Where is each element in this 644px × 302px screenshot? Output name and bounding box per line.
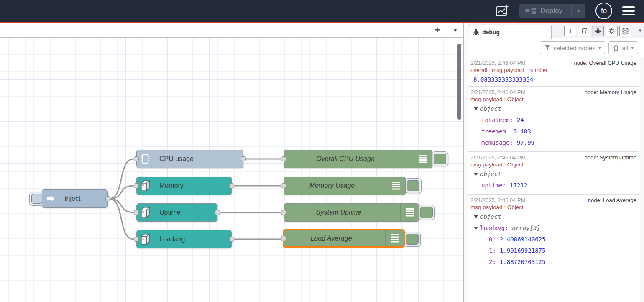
- debug-node-overall-cpu[interactable]: Overall CPU Usage: [284, 150, 432, 168]
- object-type: object: [480, 103, 501, 115]
- message-source-node: node: System Uptime: [585, 154, 636, 161]
- filter-button[interactable]: selected nodes ▾: [540, 41, 605, 54]
- object-key: loadavg:: [480, 223, 508, 234]
- tree-row: 2: 1.88720703125: [470, 256, 637, 268]
- debug-node-loadavg[interactable]: Load Average: [283, 229, 405, 248]
- add-flow-button[interactable]: +: [428, 23, 447, 37]
- object-type: object: [480, 169, 501, 180]
- tree-row: uptime: 17212: [470, 180, 637, 191]
- message-value: 8.083333333333334: [470, 74, 637, 83]
- clear-button[interactable]: all ▾: [608, 41, 638, 54]
- collapse-icon[interactable]: [474, 173, 478, 176]
- loadavg-node[interactable]: Loadavg: [136, 230, 232, 248]
- output-port[interactable]: [229, 183, 234, 188]
- debug-message[interactable]: 2/21/2025, 2:46:04 PM node: Memory Usage…: [468, 87, 639, 152]
- input-port[interactable]: [281, 236, 286, 241]
- debug-list-icon: [400, 204, 419, 221]
- deploy-button[interactable]: Deploy ▾: [519, 4, 585, 18]
- input-port[interactable]: [134, 183, 139, 188]
- debug-message[interactable]: 2/21/2025, 2:46:04 PM node: Overall CPU …: [468, 57, 639, 87]
- debug-message[interactable]: 2/21/2025, 2:46:04 PM node: System Uptim…: [468, 152, 639, 195]
- tab-label: debug: [482, 29, 500, 36]
- output-port[interactable]: [229, 237, 234, 242]
- array-type: array[3]: [512, 223, 540, 234]
- tab-debug[interactable]: debug: [469, 25, 552, 39]
- bug-icon: [595, 28, 601, 34]
- input-port[interactable]: [281, 156, 286, 161]
- array-value: 2.40869140625: [500, 234, 546, 245]
- debug-toggle-button[interactable]: [405, 178, 422, 193]
- message-timestamp: 2/21/2025, 2:46:04 PM: [470, 197, 526, 203]
- sidebar-scrollbar[interactable]: [640, 57, 644, 302]
- uptime-node[interactable]: Uptime: [136, 203, 217, 222]
- inject-node[interactable]: inject: [42, 189, 108, 208]
- tree-root[interactable]: object: [470, 103, 637, 115]
- cpu-usage-node[interactable]: CPU usage: [136, 150, 243, 168]
- tree-row: 1: 1.99169921875: [470, 245, 637, 256]
- node-label: Loadavg: [153, 235, 185, 243]
- input-port[interactable]: [134, 156, 139, 161]
- object-key: freemem:: [481, 126, 509, 137]
- collapse-icon[interactable]: [474, 227, 478, 230]
- debug-toggle-button[interactable]: [418, 205, 435, 220]
- help-tab-button[interactable]: [578, 26, 590, 36]
- output-port[interactable]: [241, 156, 246, 161]
- main-menu-icon[interactable]: [622, 6, 635, 15]
- debug-list-icon: [414, 150, 432, 168]
- tree-root[interactable]: object: [470, 211, 637, 223]
- canvas-vertical-scrollbar[interactable]: [457, 44, 461, 120]
- deploy-options-caret[interactable]: ▾: [571, 4, 585, 18]
- input-port[interactable]: [134, 237, 139, 242]
- node-label: Overall CPU Usage: [316, 155, 381, 163]
- message-timestamp: 2/21/2025, 2:46:04 PM: [470, 89, 526, 95]
- sidebar-resize-handle[interactable]: [463, 23, 468, 302]
- array-index: 0:: [489, 234, 496, 245]
- node-label: Load Average: [311, 235, 359, 242]
- debug-sidebar: debug i: [468, 23, 644, 302]
- collapse-icon[interactable]: [474, 215, 478, 218]
- output-port[interactable]: [215, 210, 220, 215]
- debug-node-uptime[interactable]: System Uptime: [284, 203, 419, 222]
- message-property: msg.payload : Object: [470, 96, 637, 103]
- memory-node[interactable]: Memory: [136, 177, 232, 195]
- debug-toggle-button[interactable]: [432, 151, 448, 166]
- config-tab-button[interactable]: [606, 26, 618, 36]
- flow-canvas[interactable]: inject CPU usage: [0, 38, 463, 302]
- sidebar-options-caret[interactable]: ▾: [639, 27, 641, 33]
- user-avatar[interactable]: fo: [595, 3, 612, 19]
- input-port[interactable]: [134, 210, 139, 215]
- object-value: 24: [517, 115, 524, 126]
- input-port[interactable]: [281, 183, 286, 188]
- pipelines-icon[interactable]: [494, 3, 509, 18]
- debug-list-icon: [387, 177, 405, 195]
- info-tab-button[interactable]: i: [564, 26, 576, 36]
- debug-node-memory[interactable]: Memory Usage: [284, 177, 406, 195]
- debug-tab-button[interactable]: [592, 26, 604, 36]
- tree-row: memusage: 97.99: [470, 137, 637, 148]
- message-source-node: node: Memory Usage: [585, 89, 636, 95]
- header-bar: Deploy ▾ fo: [0, 0, 644, 22]
- database-icon: [622, 28, 629, 35]
- node-label: Memory: [153, 182, 184, 189]
- output-port[interactable]: [105, 196, 110, 201]
- sidebar-tab-bar: debug i: [468, 23, 644, 38]
- tree-root[interactable]: object: [470, 169, 637, 180]
- array-value: 1.88720703125: [500, 256, 546, 268]
- wire: [109, 186, 134, 199]
- debug-toggle-button[interactable]: [404, 232, 421, 247]
- array-index: 2:: [489, 256, 496, 268]
- object-value: 97.99: [517, 137, 534, 148]
- input-port[interactable]: [281, 210, 286, 215]
- object-key: totalmem:: [481, 115, 513, 126]
- inject-arrow-icon: [42, 190, 59, 207]
- collapse-icon[interactable]: [474, 107, 478, 110]
- debug-message[interactable]: 2/21/2025, 2:46:04 PM node: Load Average…: [468, 195, 639, 271]
- message-property: overall : msg.payload : number: [470, 67, 637, 74]
- flow-list-caret[interactable]: ▾: [447, 23, 463, 37]
- tree-row-array[interactable]: loadavg: array[3]: [470, 223, 637, 234]
- gear-icon: [608, 28, 615, 35]
- deploy-label: Deploy: [540, 7, 562, 15]
- message-source-node: node: Overall CPU Usage: [574, 60, 636, 66]
- clear-label: all: [622, 44, 628, 51]
- context-tab-button[interactable]: [619, 26, 631, 36]
